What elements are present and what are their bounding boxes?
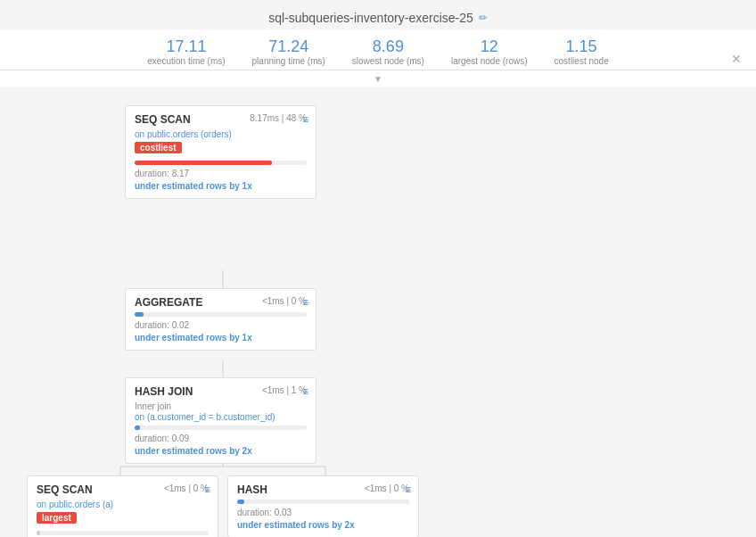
node-badge: costliest	[135, 142, 182, 153]
hash-join-subtitle1: Inner join	[135, 401, 307, 411]
nodes-container: SEQ SCAN 8.17ms | 48 % on public.orders …	[18, 96, 738, 537]
hash-join-subtitle2: on (a.customer_id = b.customer_id)	[135, 412, 307, 422]
estimate-text: under estimated rows by	[237, 520, 342, 530]
estimate-text: under estimated rows by	[135, 181, 240, 191]
estimate-val: 2x	[345, 520, 355, 530]
node-subtitle: on public.orders (orders)	[135, 129, 307, 139]
header: sql-subqueries-inventory-exercise-25 ✏	[0, 0, 756, 30]
largest-node-value: 12	[451, 37, 528, 56]
node-menu-icon[interactable]: ≡	[204, 483, 210, 496]
node-estimate: under estimated rows by 2x	[135, 446, 307, 456]
node-type: SEQ SCAN	[37, 483, 93, 496]
progress-container	[237, 500, 409, 504]
stat-largest-node: 12 largest node (rows)	[451, 37, 528, 66]
node-menu-icon[interactable]: ≡	[302, 385, 308, 398]
node-estimate: under estimated rows by 1x	[135, 181, 307, 191]
node-time: <1ms	[365, 483, 387, 493]
stats-bar: 17.11 execution time (ms) 71.24 planning…	[0, 30, 756, 87]
stat-execution-time: 17.11 execution time (ms)	[147, 37, 225, 66]
node-type: AGGREGATE	[135, 296, 202, 309]
node-type: HASH	[237, 483, 267, 496]
progress-container	[37, 531, 209, 535]
slowest-node-value: 8.69	[352, 37, 424, 56]
chevron-down-icon: ▼	[0, 70, 756, 87]
estimate-val: 1x	[242, 333, 252, 343]
slowest-node-label: slowest node (ms)	[352, 56, 424, 66]
node-stats: <1ms | 1 %	[262, 385, 307, 395]
progress-bar	[37, 531, 40, 535]
node-type: SEQ SCAN	[135, 113, 191, 126]
node-subtitle: on public.orders (a)	[37, 500, 209, 509]
node-menu-icon[interactable]: ≡	[405, 483, 411, 496]
node-hash: HASH <1ms | 0 % duration: 0.03 under est…	[227, 475, 419, 537]
estimate-val: 1x	[242, 181, 252, 191]
node-stats: <1ms | 0 %	[262, 296, 307, 306]
execution-time-value: 17.11	[147, 37, 225, 56]
node-seq-scan-1: SEQ SCAN 8.17ms | 48 % on public.orders …	[125, 105, 316, 199]
progress-bar	[135, 425, 140, 430]
title-text: sql-subqueries-inventory-exercise-25	[268, 11, 473, 25]
node-stats: <1ms | 0 %	[365, 483, 409, 493]
node-time: <1ms	[262, 296, 284, 306]
node-time: 8.17ms	[250, 113, 279, 123]
stat-slowest-node: 8.69 slowest node (ms)	[352, 37, 424, 66]
node-duration: duration: 8.17	[135, 169, 307, 178]
node-type: HASH JOIN	[135, 385, 193, 398]
close-button[interactable]: ✕	[731, 52, 742, 66]
node-menu-icon[interactable]: ≡	[302, 113, 308, 126]
node-time: <1ms	[164, 483, 186, 493]
progress-bar	[237, 500, 244, 504]
node-stats: 8.17ms | 48 %	[250, 113, 307, 123]
progress-container	[135, 425, 307, 430]
node-estimate: under estimated rows by 2x	[237, 520, 409, 530]
node-time: <1ms	[262, 385, 284, 395]
node-estimate: under estimated rows by 1x	[135, 333, 307, 343]
node-badge: largest	[37, 512, 77, 524]
progress-container	[135, 161, 307, 165]
node-hash-join: HASH JOIN <1ms | 1 % Inner join on (a.cu…	[125, 377, 316, 464]
costliest-node-value: 1.15	[555, 37, 609, 56]
node-seq-scan-2: SEQ SCAN <1ms | 0 % on public.orders (a)…	[27, 475, 218, 537]
page-title: sql-subqueries-inventory-exercise-25 ✏	[268, 11, 488, 25]
node-duration: duration: 0.03	[237, 508, 409, 517]
node-duration: duration: 0.09	[135, 434, 307, 443]
execution-time-label: execution time (ms)	[147, 56, 225, 66]
largest-node-label: largest node (rows)	[451, 56, 528, 66]
costliest-node-label: costliest node	[555, 56, 609, 66]
edit-icon[interactable]: ✏	[479, 12, 488, 24]
planning-time-value: 71.24	[252, 37, 325, 56]
node-duration: duration: 0.02	[135, 320, 307, 330]
node-stats: <1ms | 0 %	[164, 483, 209, 493]
estimate-val: 2x	[242, 446, 252, 456]
plan-area: SEQ SCAN 8.17ms | 48 % on public.orders …	[0, 87, 756, 537]
node-aggregate: AGGREGATE <1ms | 0 % duration: 0.02 unde…	[125, 288, 316, 351]
stat-costliest-node: 1.15 costliest node	[555, 37, 609, 66]
stat-planning-time: 71.24 planning time (ms)	[252, 37, 325, 66]
progress-container	[135, 312, 307, 317]
estimate-text: under estimated rows by	[135, 446, 240, 456]
planning-time-label: planning time (ms)	[252, 56, 325, 66]
progress-bar	[135, 161, 272, 165]
progress-bar	[135, 312, 144, 317]
node-menu-icon[interactable]: ≡	[302, 296, 308, 309]
estimate-text: under estimated rows by	[135, 333, 240, 343]
